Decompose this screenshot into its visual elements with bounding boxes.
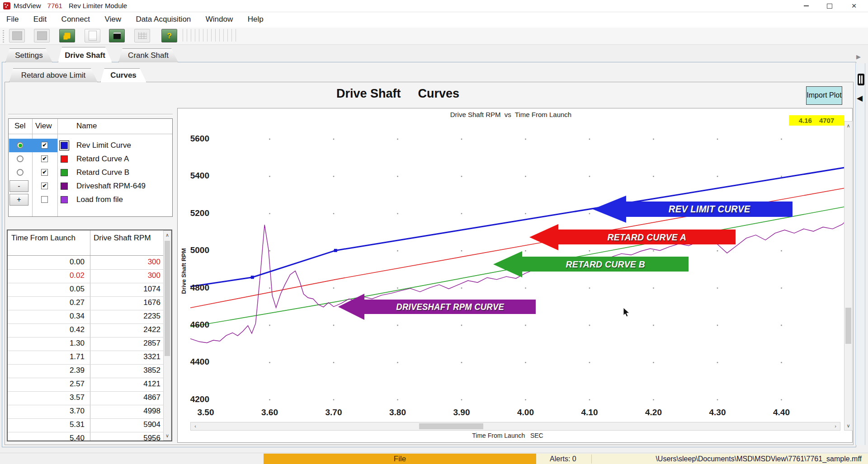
import-plot-button[interactable]: Import Plot: [806, 86, 842, 105]
curve-color-swatch[interactable]: [61, 142, 68, 149]
time-cell[interactable]: 0.00: [8, 258, 85, 267]
menu-help[interactable]: Help: [241, 12, 270, 24]
time-cell[interactable]: 5.31: [8, 420, 85, 429]
time-cell[interactable]: 1.30: [8, 339, 85, 348]
time-cell[interactable]: 5.40: [8, 434, 85, 441]
time-cell[interactable]: 0.27: [8, 298, 85, 307]
curve-color-swatch[interactable]: [61, 196, 68, 203]
collapse-left-icon[interactable]: ◀: [857, 94, 863, 103]
remove-curve-button[interactable]: -: [9, 180, 28, 192]
toolbar-drag-handle[interactable]: [3, 30, 4, 42]
curve-color-swatch[interactable]: [61, 169, 68, 176]
scrollbar-thumb[interactable]: [419, 423, 483, 429]
menu-data-acquisition[interactable]: Data Acquisition: [129, 12, 197, 24]
curve-view-checkbox[interactable]: ✔: [41, 169, 48, 176]
help-button[interactable]: ?: [161, 29, 177, 42]
minimize-button[interactable]: [796, 0, 816, 12]
menu-connect[interactable]: Connect: [55, 12, 96, 24]
right-panel-rail: [855, 63, 867, 445]
menu-file[interactable]: File: [0, 12, 25, 24]
grid-dot: [333, 176, 335, 177]
time-cell[interactable]: 2.57: [8, 380, 85, 389]
curve-view-checkbox[interactable]: ✔: [41, 142, 48, 149]
tab-settings[interactable]: Settings: [5, 48, 52, 62]
time-cell[interactable]: 3.57: [8, 393, 85, 402]
rpm-cell[interactable]: 300: [91, 258, 160, 267]
rpm-cell[interactable]: 3852: [91, 366, 160, 375]
rpm-cell[interactable]: 5904: [91, 420, 160, 429]
scrollbar-thumb[interactable]: [845, 308, 851, 344]
tab-crank-shaft[interactable]: Crank Shaft: [118, 48, 178, 62]
mouse-cursor: [623, 307, 632, 318]
tab-scroll-right-icon[interactable]: ▶: [856, 53, 861, 60]
curve-list-header-view: View: [35, 122, 52, 131]
chart-vertical-scrollbar[interactable]: ∧ ∨: [844, 121, 853, 431]
menu-edit[interactable]: Edit: [27, 12, 53, 24]
close-button[interactable]: ×: [844, 0, 864, 12]
add-curve-button[interactable]: +: [9, 194, 28, 206]
time-cell[interactable]: 0.02: [8, 271, 85, 280]
scroll-right-icon[interactable]: ›: [833, 423, 838, 429]
rpm-cell[interactable]: 2857: [91, 339, 160, 348]
time-cell[interactable]: 0.42: [8, 325, 85, 334]
scroll-up-icon[interactable]: ∧: [164, 232, 171, 238]
rpm-cell[interactable]: 4867: [91, 393, 160, 402]
time-cell[interactable]: 3.70: [8, 407, 85, 416]
curve-name[interactable]: Retard Curve B: [76, 168, 129, 177]
rpm-cell[interactable]: 4998: [91, 407, 160, 416]
curve-color-swatch[interactable]: [61, 155, 68, 163]
rpm-cell[interactable]: 300: [91, 271, 160, 280]
new-file-button[interactable]: [85, 29, 100, 42]
curve-name[interactable]: Retard Curve A: [76, 155, 129, 164]
curve-select-radio[interactable]: [17, 142, 24, 149]
scroll-left-icon[interactable]: ‹: [193, 423, 198, 429]
maximize-button[interactable]: [819, 0, 840, 12]
curve-view-checkbox[interactable]: ✔: [41, 183, 48, 189]
curve-name[interactable]: Load from file: [76, 195, 123, 204]
x-tick-label: 3.70: [319, 408, 348, 417]
scroll-down-icon[interactable]: ∨: [164, 433, 171, 439]
grid-dot: [781, 287, 782, 289]
rpm-cell[interactable]: 5956: [91, 434, 160, 441]
grid-dot: [333, 362, 335, 363]
curve-name[interactable]: Rev Limit Curve: [76, 141, 131, 150]
data-table-scrollbar[interactable]: ∧ ∨: [163, 230, 171, 441]
menu-window[interactable]: Window: [199, 12, 239, 24]
window-title: MsdView7761Rev Limiter Module: [14, 2, 127, 9]
rpm-cell[interactable]: 3321: [91, 352, 160, 361]
scroll-down-icon[interactable]: ∨: [844, 423, 852, 429]
grid-dot: [717, 250, 718, 252]
grid-dot: [653, 176, 654, 177]
curve-view-checkbox[interactable]: [41, 196, 48, 203]
save-to-device-button[interactable]: [109, 29, 125, 42]
time-cell[interactable]: 2.39: [8, 366, 85, 375]
curve-point-marker[interactable]: [334, 249, 337, 252]
rpm-cell[interactable]: 1676: [91, 298, 160, 307]
time-cell[interactable]: 0.05: [8, 285, 85, 294]
rpm-cell[interactable]: 2422: [91, 325, 160, 334]
tab-retard-above-limit[interactable]: Retard above Limit: [9, 68, 98, 82]
curve-point-marker[interactable]: [251, 276, 254, 279]
curve-select-radio[interactable]: [17, 169, 24, 176]
pane-handle-icon[interactable]: [858, 74, 864, 85]
connect-button[interactable]: [59, 29, 75, 42]
grid-dot: [269, 399, 270, 400]
curve-view-checkbox[interactable]: ✔: [41, 155, 48, 162]
scrollbar-thumb[interactable]: [165, 241, 170, 356]
chart-horizontal-scrollbar[interactable]: ‹ ›: [190, 422, 840, 431]
curve-select-radio[interactable]: [17, 155, 24, 162]
status-right-segment: Alerts: 0 \Users\sleep\Documents\MSD\MSD…: [536, 454, 868, 464]
scroll-up-icon[interactable]: ∧: [844, 123, 852, 129]
rpm-cell[interactable]: 1074: [91, 285, 160, 294]
retard-curve-a-arrow: RETARD CURVE A: [529, 224, 736, 250]
time-cell[interactable]: 0.34: [8, 312, 85, 321]
curve-name[interactable]: Driveshaft RPM-649: [76, 182, 146, 191]
tab-drive-shaft[interactable]: Drive Shaft: [58, 47, 112, 62]
grid-dot: [717, 176, 718, 177]
curve-color-swatch[interactable]: [61, 183, 68, 190]
rpm-cell[interactable]: 4121: [91, 380, 160, 389]
tab-curves[interactable]: Curves: [100, 68, 146, 82]
rpm-cell[interactable]: 2235: [91, 312, 160, 321]
time-cell[interactable]: 1.71: [8, 352, 85, 361]
menu-view[interactable]: View: [98, 12, 127, 24]
